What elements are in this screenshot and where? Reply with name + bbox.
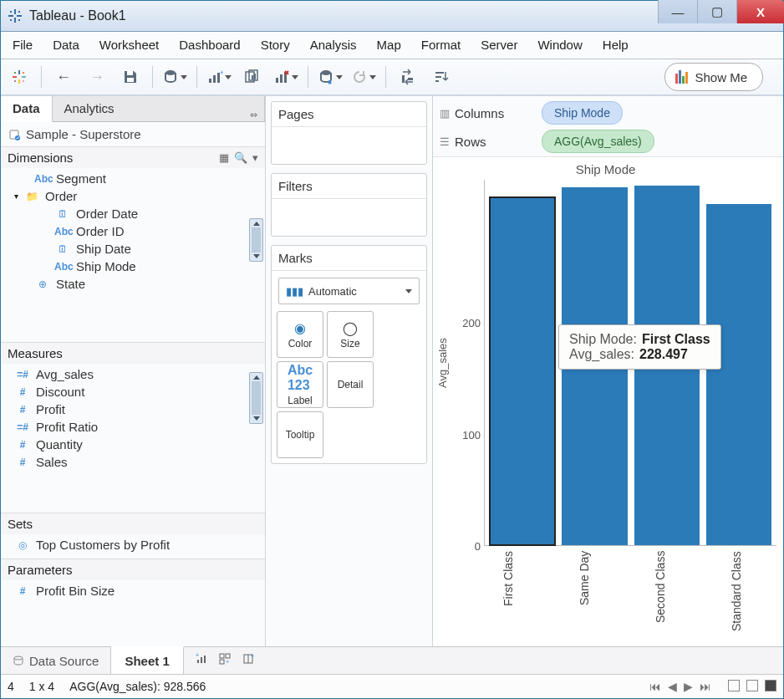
nav-prev-icon[interactable]: ◀ xyxy=(668,680,677,693)
dim-order-date[interactable]: 🗓Order Date xyxy=(1,205,265,222)
dim-ship-mode[interactable]: AbcShip Mode xyxy=(1,258,265,275)
bar[interactable] xyxy=(490,197,555,545)
columns-pill[interactable]: Ship Mode xyxy=(542,101,623,125)
nav-first-icon[interactable]: ⏮ xyxy=(649,680,661,693)
scrollbar[interactable] xyxy=(249,218,263,262)
svg-point-19 xyxy=(165,70,176,75)
view-icon[interactable]: ▦ xyxy=(219,151,229,164)
svg-rect-40 xyxy=(197,660,199,663)
view-list-icon[interactable] xyxy=(746,680,758,691)
sheet-actions: + + + xyxy=(184,647,266,674)
sheet-tabs-bar: Data Source Sheet 1 + + + xyxy=(1,646,783,674)
tooltip-val2: 228.497 xyxy=(639,347,688,362)
duplicate-sheet-button[interactable] xyxy=(237,64,267,90)
mark-type-select[interactable]: ▮▮▮ Automatic xyxy=(278,278,420,304)
meas-profit-ratio[interactable]: =#Profit Ratio xyxy=(1,418,265,436)
connect-data-button[interactable] xyxy=(160,64,190,90)
nav-last-icon[interactable]: ⏭ xyxy=(700,680,711,693)
menu-window[interactable]: Window xyxy=(527,32,592,59)
dim-order-id[interactable]: AbcOrder ID xyxy=(1,222,265,240)
sets-body: ◎Top Customers by Profit xyxy=(1,534,265,559)
svg-rect-2 xyxy=(8,15,13,17)
filters-shelf[interactable] xyxy=(272,199,426,236)
menu-analysis[interactable]: Analysis xyxy=(300,32,367,59)
label-icon: Abc123 xyxy=(288,363,313,393)
pages-shelf[interactable] xyxy=(272,127,426,164)
set-top-customers[interactable]: ◎Top Customers by Profit xyxy=(1,536,265,554)
meas-discount[interactable]: #Discount xyxy=(1,383,265,401)
data-source-row[interactable]: Sample - Superstore xyxy=(1,122,265,146)
mark-label[interactable]: Abc123Label xyxy=(277,361,323,408)
y-tick-label: 200 xyxy=(462,317,481,329)
forward-button[interactable]: → xyxy=(82,64,112,90)
view-grid-icon[interactable] xyxy=(728,680,740,691)
swap-button[interactable] xyxy=(393,64,423,90)
dim-order-folder[interactable]: ▾📁Order xyxy=(1,187,265,205)
meas-avg-sales[interactable]: =#Avg_sales xyxy=(1,365,265,383)
clear-sheet-button[interactable] xyxy=(271,64,301,90)
mark-color[interactable]: ◉Color xyxy=(277,311,323,358)
svg-rect-13 xyxy=(14,72,16,74)
rows-pill[interactable]: AGG(Avg_sales) xyxy=(542,130,654,153)
meas-quantity[interactable]: #Quantity xyxy=(1,436,265,453)
close-button[interactable]: X xyxy=(736,0,784,23)
menu-worksheet[interactable]: Worksheet xyxy=(89,32,169,59)
rows-shelf[interactable]: ☰Rows AGG(Avg_sales) xyxy=(440,130,776,153)
mark-detail[interactable]: Detail xyxy=(327,361,374,408)
menu-data[interactable]: Data xyxy=(43,32,89,59)
tooltip-key2: Avg_sales: xyxy=(569,347,634,362)
dim-segment[interactable]: AbcSegment xyxy=(1,170,265,187)
scrollbar[interactable] xyxy=(249,372,263,424)
mark-tooltip[interactable]: Tooltip xyxy=(277,411,323,458)
filters-label: Filters xyxy=(272,174,426,199)
view-full-icon[interactable] xyxy=(765,680,776,691)
menu-file[interactable]: File xyxy=(3,32,43,59)
new-story-icon[interactable]: + xyxy=(242,653,254,668)
tableau-logo-button[interactable] xyxy=(4,64,34,90)
show-me-button[interactable]: Show Me xyxy=(664,63,763,91)
back-button[interactable]: ← xyxy=(48,64,79,90)
new-worksheet-button[interactable]: + xyxy=(204,64,234,90)
arrow-left-icon: ← xyxy=(56,69,71,86)
columns-shelf[interactable]: ▥Columns Ship Mode xyxy=(440,101,776,125)
data-source-tab-label: Data Source xyxy=(29,654,99,668)
measures-body: =#Avg_sales #Discount #Profit =#Profit R… xyxy=(1,364,265,513)
side-panel: Data Analytics ⇔ Sample - Superstore Dim… xyxy=(1,96,266,646)
menu-format[interactable]: Format xyxy=(411,32,471,59)
dimensions-label: Dimensions xyxy=(8,151,73,165)
menu-story[interactable]: Story xyxy=(251,32,300,59)
bar[interactable] xyxy=(706,204,771,545)
dropdown-icon[interactable]: ▾ xyxy=(252,151,258,164)
new-worksheet-icon[interactable]: + xyxy=(196,653,207,668)
menu-server[interactable]: Server xyxy=(471,32,527,59)
sheet1-tab[interactable]: Sheet 1 xyxy=(111,646,183,674)
number-icon: # xyxy=(14,386,31,398)
menu-help[interactable]: Help xyxy=(593,32,639,59)
svg-rect-26 xyxy=(252,75,253,79)
param-profit-bin[interactable]: #Profit Bin Size xyxy=(1,582,265,600)
menu-map[interactable]: Map xyxy=(367,32,411,59)
mark-size[interactable]: ◯Size xyxy=(327,311,374,358)
dim-state[interactable]: ⊕State xyxy=(1,275,265,293)
number-icon: # xyxy=(14,404,31,416)
bar-icon: ▮▮▮ xyxy=(286,285,303,298)
refresh-button[interactable] xyxy=(349,64,379,90)
meas-profit[interactable]: #Profit xyxy=(1,401,265,418)
tab-data[interactable]: Data xyxy=(1,96,53,122)
sort-button[interactable] xyxy=(426,64,456,90)
meas-sales[interactable]: #Sales xyxy=(1,453,265,471)
app-icon xyxy=(8,8,23,23)
tab-analytics[interactable]: Analytics ⇔ xyxy=(53,96,265,121)
save-button[interactable] xyxy=(115,64,145,90)
data-source-tab[interactable]: Data Source xyxy=(1,647,111,674)
new-dashboard-icon[interactable]: + xyxy=(219,653,231,668)
menu-dashboard[interactable]: Dashboard xyxy=(169,32,250,59)
search-icon[interactable]: 🔍 xyxy=(234,151,247,164)
chart-container: Ship Mode Avg_sales 0100200 First ClassS… xyxy=(435,161,776,643)
auto-update-button[interactable] xyxy=(315,64,345,90)
maximize-button[interactable]: ▢ xyxy=(697,0,736,23)
dim-ship-date[interactable]: 🗓Ship Date xyxy=(1,240,265,258)
minimize-button[interactable]: — xyxy=(658,0,697,23)
nav-next-icon[interactable]: ▶ xyxy=(684,680,693,693)
svg-rect-1 xyxy=(14,18,16,23)
